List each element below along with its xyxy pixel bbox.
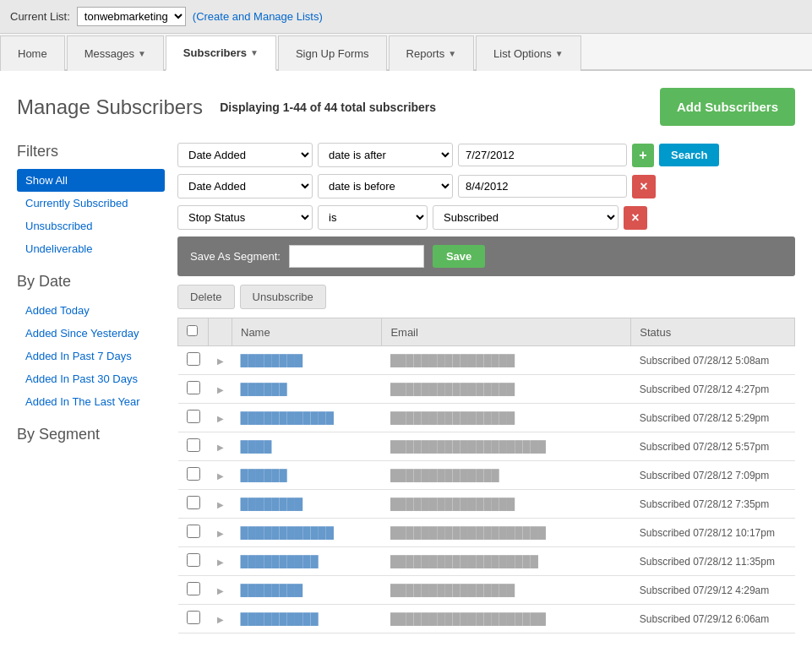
table-row: ▶ ████ ████████████████████ Subscribed 0… [178, 432, 795, 461]
tab-messages[interactable]: Messages ▼ [67, 35, 164, 71]
current-list-label: Current List: [10, 10, 70, 23]
row-status: Subscribed 07/29/12 4:29am [631, 576, 795, 605]
row-expand-cell[interactable]: ▶ [209, 404, 232, 432]
sidebar-item-added-past-7-days[interactable]: Added In Past 7 Days [17, 345, 165, 367]
row-name: ██████████ [232, 605, 382, 633]
filters-title: Filters [17, 143, 165, 160]
row-expand-cell[interactable]: ▶ [209, 547, 232, 576]
row-expand-cell[interactable]: ▶ [209, 605, 232, 633]
col-header-email: Email [382, 318, 631, 346]
row-name: ██████ [232, 461, 382, 490]
sidebar-item-added-since-yesterday[interactable]: Added Since Yesterday [17, 322, 165, 345]
row-expand-cell[interactable]: ▶ [209, 576, 232, 605]
row-status: Subscribed 07/28/12 7:35pm [631, 490, 795, 519]
search-button[interactable]: Search [659, 144, 719, 166]
sidebar-item-added-past-30-days[interactable]: Added In Past 30 Days [17, 367, 165, 390]
row-checkbox[interactable] [187, 611, 200, 624]
table-row: ▶ ████████████ ████████████████ Subscrib… [178, 404, 795, 432]
row-expand-icon: ▶ [217, 586, 224, 595]
filter1-field-select[interactable]: Date Added Stop Status Email Name [177, 143, 313, 167]
save-segment-label: Save As Segment: [190, 250, 281, 263]
row-checkbox[interactable] [187, 352, 200, 366]
row-name: ████████████ [232, 519, 382, 547]
unsubscribe-button[interactable]: Unsubscribe [240, 285, 326, 309]
row-checkbox-cell [178, 346, 209, 375]
row-checkbox-cell [178, 490, 209, 519]
add-subscribers-button[interactable]: Add Subscribers [660, 88, 795, 126]
filter2-value-input[interactable] [458, 175, 627, 198]
filter-add-button[interactable]: + [632, 144, 654, 167]
action-buttons: Delete Unsubscribe [177, 285, 795, 309]
col-header-name: Name [232, 318, 382, 346]
filter-row-2: Date Added Stop Status Email date is bef… [177, 174, 795, 198]
sidebar-item-currently-subscribed[interactable]: Currently Subscribed [17, 192, 165, 215]
current-list-select[interactable]: tonwebmarketing [77, 7, 186, 26]
row-checkbox[interactable] [187, 553, 200, 567]
sidebar-item-added-last-year[interactable]: Added In The Last Year [17, 390, 165, 413]
sidebar-item-show-all[interactable]: Show All [17, 169, 165, 192]
table-row: ▶ ██████████ ████████████████████ Subscr… [178, 605, 795, 633]
filter1-operator-select[interactable]: date is after date is before is [318, 143, 453, 167]
row-email: ████████████████ [382, 404, 631, 432]
row-expand-cell[interactable]: ▶ [209, 519, 232, 547]
select-all-checkbox[interactable] [187, 325, 198, 336]
row-checkbox[interactable] [187, 410, 200, 423]
row-email: ████████████████████ [382, 432, 631, 461]
row-email: ████████████████ [382, 490, 631, 519]
row-expand-cell[interactable]: ▶ [209, 490, 232, 519]
filter1-value-input[interactable] [458, 144, 627, 166]
filter2-remove-button[interactable]: × [632, 175, 656, 198]
save-segment-input[interactable] [289, 245, 424, 268]
row-checkbox[interactable] [187, 582, 200, 595]
row-expand-cell[interactable]: ▶ [209, 375, 232, 404]
row-email: ███████████████████ [382, 547, 631, 576]
table-row: ▶ ██████ ██████████████ Subscribed 07/28… [178, 461, 795, 490]
save-segment-button[interactable]: Save [433, 245, 485, 268]
sidebar-item-unsubscribed[interactable]: Unsubscribed [17, 215, 165, 237]
row-status: Subscribed 07/28/12 10:17pm [631, 519, 795, 547]
table-row: ▶ ████████ ████████████████ Subscribed 0… [178, 576, 795, 605]
row-status: Subscribed 07/28/12 5:08am [631, 346, 795, 375]
tab-list-options[interactable]: List Options ▼ [476, 35, 581, 71]
filter3-value-select[interactable]: Subscribed Unsubscribed Undeliverable [433, 205, 619, 230]
content-area: Filters Show All Currently Subscribed Un… [17, 143, 795, 633]
tab-signup-forms[interactable]: Sign Up Forms [278, 35, 387, 71]
row-checkbox[interactable] [187, 381, 200, 394]
row-checkbox[interactable] [187, 467, 200, 481]
delete-button[interactable]: Delete [177, 285, 235, 309]
filter3-remove-button[interactable]: × [624, 206, 647, 230]
reports-arrow-icon: ▼ [448, 49, 456, 58]
row-expand-cell[interactable]: ▶ [209, 432, 232, 461]
nav-tabs: Home Messages ▼ Subscribers ▼ Sign Up Fo… [0, 34, 812, 71]
create-manage-link[interactable]: (Create and Manage Lists) [193, 10, 323, 23]
sidebar-item-added-today[interactable]: Added Today [17, 299, 165, 322]
row-name: ██████ [232, 375, 382, 404]
filter3-operator-select[interactable]: is is not [318, 205, 428, 230]
filter2-field-select[interactable]: Date Added Stop Status Email [177, 174, 313, 198]
row-email: ████████████████████ [382, 605, 631, 633]
row-expand-icon: ▶ [217, 443, 224, 452]
sidebar-item-undeliverable[interactable]: Undeliverable [17, 237, 165, 260]
row-checkbox[interactable] [187, 496, 200, 509]
row-status: Subscribed 07/28/12 5:57pm [631, 432, 795, 461]
tab-reports[interactable]: Reports ▼ [389, 35, 474, 71]
tab-subscribers[interactable]: Subscribers ▼ [166, 35, 276, 71]
row-status: Subscribed 07/29/12 6:06am [631, 605, 795, 633]
list-options-arrow-icon: ▼ [555, 49, 564, 58]
page-header: Manage Subscribers Displaying 1-44 of 44… [17, 88, 795, 126]
table-row: ▶ ██████████ ███████████████████ Subscri… [178, 547, 795, 576]
page-title: Manage Subscribers [17, 95, 203, 119]
tab-home[interactable]: Home [0, 35, 65, 71]
filter2-operator-select[interactable]: date is before date is after is [318, 174, 453, 198]
filter3-field-select[interactable]: Stop Status Date Added Email [177, 205, 313, 230]
row-expand-icon: ▶ [217, 414, 224, 423]
row-checkbox[interactable] [187, 438, 200, 452]
row-checkbox[interactable] [187, 525, 200, 538]
col-header-arrow [209, 318, 232, 346]
filter-area: Date Added Stop Status Email Name date i… [177, 143, 795, 633]
row-status: Subscribed 07/28/12 5:29pm [631, 404, 795, 432]
row-expand-cell[interactable]: ▶ [209, 461, 232, 490]
row-name: ████ [232, 432, 382, 461]
filter-row-3: Stop Status Date Added Email is is not S… [177, 205, 795, 230]
row-expand-cell[interactable]: ▶ [209, 346, 232, 375]
